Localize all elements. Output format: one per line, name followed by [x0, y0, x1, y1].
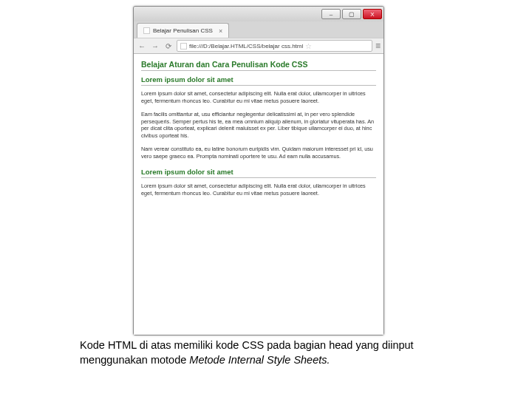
tab-close-icon[interactable]: ×	[219, 27, 222, 35]
bookmark-star-icon[interactable]: ☆	[305, 42, 312, 50]
slide-caption: Kode HTML di atas memiliki kode CSS pada…	[80, 338, 464, 367]
page-icon	[180, 43, 187, 50]
page-heading-2a: Lorem ipsum dolor sit amet	[141, 74, 376, 86]
tab-title: Belajar Penulisan CSS	[153, 27, 213, 34]
favicon-icon	[143, 27, 150, 34]
page-viewport: Belajar Aturan dan Cara Penulisan Kode C…	[134, 54, 383, 335]
menu-icon[interactable]: ≡	[375, 41, 381, 51]
address-bar: ← → ⟳ file:///D:/Belajar.HTML/CSS/belaja…	[134, 38, 383, 54]
close-button[interactable]: X	[363, 9, 382, 19]
forward-button[interactable]: →	[150, 41, 160, 51]
page-heading-1: Belajar Aturan dan Cara Penulisan Kode C…	[141, 58, 376, 71]
window-titlebar: – ▢ X	[134, 7, 383, 21]
paragraph-1: Lorem ipsum dolor sit amet, consectetur …	[141, 90, 376, 105]
tab-bar: Belajar Penulisan CSS ×	[134, 21, 383, 38]
paragraph-2: Eam facilis omittantur at, usu efficiant…	[141, 111, 376, 140]
maximize-button[interactable]: ▢	[342, 9, 361, 19]
paragraph-3: Nam verear constituto ea, eu latine bono…	[141, 146, 376, 160]
page-heading-2b: Lorem ipsum dolor sit amet	[141, 166, 376, 178]
url-input[interactable]: file:///D:/Belajar.HTML/CSS/belajar css.…	[177, 40, 372, 52]
paragraph-4: Lorem ipsum dolor sit amet, consectetur …	[141, 183, 376, 197]
back-button[interactable]: ←	[137, 41, 147, 51]
browser-window: – ▢ X Belajar Penulisan CSS × ← → ⟳ file…	[133, 6, 384, 335]
minimize-button[interactable]: –	[321, 9, 341, 19]
browser-tab[interactable]: Belajar Penulisan CSS ×	[137, 23, 229, 38]
reload-button[interactable]: ⟳	[163, 41, 174, 51]
url-text: file:///D:/Belajar.HTML/CSS/belajar css.…	[189, 43, 303, 50]
caption-text-italic: Metode Internal Style Sheets.	[189, 354, 330, 366]
